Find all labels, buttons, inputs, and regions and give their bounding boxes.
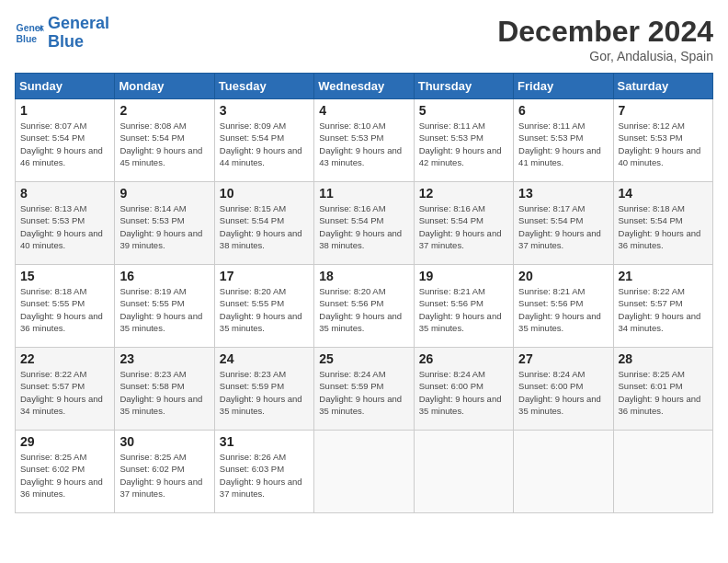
day-detail: Sunrise: 8:11 AMSunset: 5:53 PMDaylight:… (419, 120, 508, 168)
weekday-header-cell: Friday (514, 74, 613, 99)
day-number: 23 (119, 351, 209, 366)
calendar-day-cell: 31Sunrise: 8:26 AMSunset: 6:03 PMDayligh… (214, 431, 313, 513)
page-header: General Blue General Blue December 2024 … (15, 15, 713, 63)
calendar-week-row: 29Sunrise: 8:25 AMSunset: 6:02 PMDayligh… (16, 431, 713, 513)
calendar-day-cell (314, 431, 414, 513)
day-number: 17 (220, 269, 309, 283)
day-detail: Sunrise: 8:24 AMSunset: 5:59 PMDaylight:… (319, 368, 408, 417)
weekday-header-cell: Monday (115, 74, 214, 99)
calendar-day-cell: 1Sunrise: 8:07 AMSunset: 5:54 PMDaylight… (16, 99, 115, 182)
day-number: 9 (119, 186, 209, 201)
day-detail: Sunrise: 8:20 AMSunset: 5:55 PMDaylight:… (220, 285, 309, 334)
day-number: 24 (220, 351, 309, 366)
calendar-day-cell: 23Sunrise: 8:23 AMSunset: 5:58 PMDayligh… (115, 348, 214, 431)
day-detail: Sunrise: 8:11 AMSunset: 5:53 PMDaylight:… (518, 120, 608, 168)
day-detail: Sunrise: 8:21 AMSunset: 5:56 PMDaylight:… (419, 285, 508, 334)
calendar-day-cell: 7Sunrise: 8:12 AMSunset: 5:53 PMDaylight… (613, 99, 712, 182)
day-detail: Sunrise: 8:22 AMSunset: 5:57 PMDaylight:… (619, 285, 708, 334)
title-block: December 2024 Gor, Andalusia, Spain (497, 15, 713, 63)
calendar-day-cell: 17Sunrise: 8:20 AMSunset: 5:55 PMDayligh… (214, 265, 313, 348)
day-number: 10 (220, 186, 309, 201)
day-detail: Sunrise: 8:08 AMSunset: 5:54 PMDaylight:… (119, 120, 209, 168)
svg-text:Blue: Blue (17, 33, 38, 43)
day-number: 16 (119, 269, 209, 283)
calendar-week-row: 8Sunrise: 8:13 AMSunset: 5:53 PMDaylight… (16, 182, 713, 265)
day-detail: Sunrise: 8:23 AMSunset: 5:59 PMDaylight:… (220, 368, 309, 417)
day-detail: Sunrise: 8:09 AMSunset: 5:54 PMDaylight:… (220, 120, 309, 168)
day-number: 26 (419, 351, 508, 366)
day-number: 8 (20, 186, 109, 201)
day-detail: Sunrise: 8:12 AMSunset: 5:53 PMDaylight:… (619, 120, 708, 168)
day-detail: Sunrise: 8:14 AMSunset: 5:53 PMDaylight:… (119, 202, 209, 251)
day-number: 19 (419, 269, 508, 283)
day-detail: Sunrise: 8:25 AMSunset: 6:01 PMDaylight:… (619, 368, 708, 417)
day-number: 6 (518, 103, 608, 118)
day-number: 14 (619, 186, 708, 201)
calendar-day-cell: 14Sunrise: 8:18 AMSunset: 5:54 PMDayligh… (613, 182, 712, 265)
day-detail: Sunrise: 8:26 AMSunset: 6:03 PMDaylight:… (220, 451, 309, 500)
day-number: 13 (518, 186, 608, 201)
day-number: 1 (20, 103, 109, 118)
calendar-day-cell: 13Sunrise: 8:17 AMSunset: 5:54 PMDayligh… (514, 182, 613, 265)
calendar-day-cell: 11Sunrise: 8:16 AMSunset: 5:54 PMDayligh… (314, 182, 414, 265)
day-number: 5 (419, 103, 508, 118)
day-number: 4 (319, 103, 408, 118)
calendar-day-cell: 8Sunrise: 8:13 AMSunset: 5:53 PMDaylight… (16, 182, 115, 265)
day-detail: Sunrise: 8:22 AMSunset: 5:57 PMDaylight:… (20, 368, 109, 417)
day-detail: Sunrise: 8:20 AMSunset: 5:56 PMDaylight:… (319, 285, 408, 334)
calendar-day-cell: 28Sunrise: 8:25 AMSunset: 6:01 PMDayligh… (613, 348, 712, 431)
calendar-day-cell: 3Sunrise: 8:09 AMSunset: 5:54 PMDaylight… (214, 99, 313, 182)
weekday-header-cell: Thursday (414, 74, 513, 99)
day-number: 15 (20, 269, 109, 283)
calendar-week-row: 15Sunrise: 8:18 AMSunset: 5:55 PMDayligh… (16, 265, 713, 348)
calendar-day-cell: 2Sunrise: 8:08 AMSunset: 5:54 PMDaylight… (115, 99, 214, 182)
day-number: 3 (220, 103, 309, 118)
calendar-day-cell: 15Sunrise: 8:18 AMSunset: 5:55 PMDayligh… (16, 265, 115, 348)
day-number: 22 (20, 351, 109, 366)
day-detail: Sunrise: 8:16 AMSunset: 5:54 PMDaylight:… (419, 202, 508, 251)
location-subtitle: Gor, Andalusia, Spain (497, 49, 713, 63)
day-detail: Sunrise: 8:19 AMSunset: 5:55 PMDaylight:… (119, 285, 209, 334)
day-detail: Sunrise: 8:07 AMSunset: 5:54 PMDaylight:… (20, 120, 109, 168)
day-detail: Sunrise: 8:24 AMSunset: 6:00 PMDaylight:… (518, 368, 608, 417)
weekday-header-cell: Sunday (16, 74, 115, 99)
month-year-title: December 2024 (497, 15, 713, 49)
day-detail: Sunrise: 8:17 AMSunset: 5:54 PMDaylight:… (518, 202, 608, 251)
calendar-day-cell (414, 431, 513, 513)
day-detail: Sunrise: 8:15 AMSunset: 5:54 PMDaylight:… (220, 202, 309, 251)
weekday-header-row: SundayMondayTuesdayWednesdayThursdayFrid… (16, 74, 713, 99)
day-number: 25 (319, 351, 408, 366)
weekday-header-cell: Saturday (613, 74, 712, 99)
calendar-day-cell: 9Sunrise: 8:14 AMSunset: 5:53 PMDaylight… (115, 182, 214, 265)
logo-text: General Blue (48, 15, 109, 52)
calendar-day-cell: 6Sunrise: 8:11 AMSunset: 5:53 PMDaylight… (514, 99, 613, 182)
day-detail: Sunrise: 8:25 AMSunset: 6:02 PMDaylight:… (119, 451, 209, 500)
day-number: 2 (119, 103, 209, 118)
day-detail: Sunrise: 8:24 AMSunset: 6:00 PMDaylight:… (419, 368, 508, 417)
day-number: 28 (619, 351, 708, 366)
day-detail: Sunrise: 8:18 AMSunset: 5:55 PMDaylight:… (20, 285, 109, 334)
day-number: 20 (518, 269, 608, 283)
calendar-week-row: 22Sunrise: 8:22 AMSunset: 5:57 PMDayligh… (16, 348, 713, 431)
calendar-day-cell (514, 431, 613, 513)
calendar-day-cell: 12Sunrise: 8:16 AMSunset: 5:54 PMDayligh… (414, 182, 513, 265)
day-number: 18 (319, 269, 408, 283)
day-detail: Sunrise: 8:25 AMSunset: 6:02 PMDaylight:… (20, 451, 109, 500)
day-detail: Sunrise: 8:16 AMSunset: 5:54 PMDaylight:… (319, 202, 408, 251)
day-detail: Sunrise: 8:13 AMSunset: 5:53 PMDaylight:… (20, 202, 109, 251)
calendar-day-cell: 29Sunrise: 8:25 AMSunset: 6:02 PMDayligh… (16, 431, 115, 513)
calendar-day-cell: 21Sunrise: 8:22 AMSunset: 5:57 PMDayligh… (613, 265, 712, 348)
calendar-day-cell: 19Sunrise: 8:21 AMSunset: 5:56 PMDayligh… (414, 265, 513, 348)
logo-icon: General Blue (15, 18, 44, 48)
calendar-day-cell: 20Sunrise: 8:21 AMSunset: 5:56 PMDayligh… (514, 265, 613, 348)
calendar-day-cell: 5Sunrise: 8:11 AMSunset: 5:53 PMDaylight… (414, 99, 513, 182)
calendar-day-cell: 4Sunrise: 8:10 AMSunset: 5:53 PMDaylight… (314, 99, 414, 182)
calendar-day-cell: 25Sunrise: 8:24 AMSunset: 5:59 PMDayligh… (314, 348, 414, 431)
day-number: 11 (319, 186, 408, 201)
day-number: 29 (20, 434, 109, 449)
calendar-week-row: 1Sunrise: 8:07 AMSunset: 5:54 PMDaylight… (16, 99, 713, 182)
calendar-day-cell: 10Sunrise: 8:15 AMSunset: 5:54 PMDayligh… (214, 182, 313, 265)
day-detail: Sunrise: 8:23 AMSunset: 5:58 PMDaylight:… (119, 368, 209, 417)
calendar-day-cell: 18Sunrise: 8:20 AMSunset: 5:56 PMDayligh… (314, 265, 414, 348)
calendar-table: SundayMondayTuesdayWednesdayThursdayFrid… (15, 73, 713, 513)
